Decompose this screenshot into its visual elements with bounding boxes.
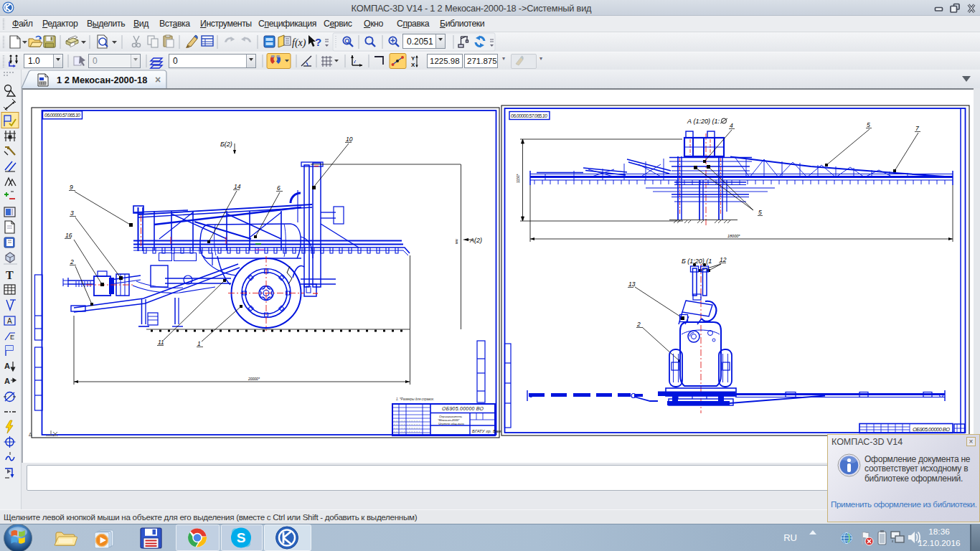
- svg-text:S: S: [237, 530, 246, 545]
- svg-text:?: ?: [315, 36, 321, 48]
- svg-text:ОБ905.00000 ВО: ОБ905.00000 ВО: [442, 406, 484, 411]
- svg-text:18000*: 18000*: [727, 234, 740, 238]
- svg-text:7: 7: [915, 125, 919, 132]
- svg-text:5: 5: [758, 209, 762, 216]
- svg-text:9: 9: [70, 184, 73, 191]
- svg-text:1: 1: [197, 340, 201, 347]
- svg-text:X: X: [411, 62, 415, 68]
- svg-text:Б (1:20) (1: Б (1:20) (1: [682, 258, 712, 265]
- svg-text:Е: Е: [10, 334, 14, 341]
- svg-text:13: 13: [628, 281, 636, 288]
- svg-text:Чертеж общ.вида: Чертеж общ.вида: [438, 422, 465, 425]
- svg-text:f(x): f(x): [292, 37, 306, 49]
- svg-text:11: 11: [158, 339, 164, 346]
- svg-text:Y: Y: [411, 55, 415, 62]
- svg-text:16: 16: [65, 232, 72, 239]
- svg-text:1150*: 1150*: [516, 174, 520, 183]
- svg-text:5: 5: [867, 121, 870, 128]
- svg-text:6: 6: [277, 184, 281, 192]
- svg-text:4: 4: [730, 122, 733, 129]
- svg-text:2: 2: [70, 258, 74, 265]
- svg-text:А: А: [4, 377, 10, 385]
- svg-text:А: А: [4, 362, 10, 370]
- svg-text:20000*: 20000*: [248, 377, 260, 381]
- svg-text:2: 2: [636, 321, 641, 328]
- svg-text:1. *Размеры для справок.: 1. *Размеры для справок.: [396, 397, 434, 401]
- svg-text:10: 10: [346, 136, 353, 143]
- svg-text:мм: мм: [454, 239, 458, 244]
- svg-text:3: 3: [70, 209, 74, 217]
- svg-text:14: 14: [234, 183, 241, 190]
- svg-text:ОБ905.00000 ВО: ОБ905.00000 ВО: [913, 426, 950, 433]
- svg-text:А(2): А(2): [469, 237, 482, 244]
- svg-text:А (1:20) (1:: А (1:20) (1:: [687, 118, 720, 125]
- svg-text:06.00000.57.065.10: 06.00000.57.065.10: [511, 113, 547, 118]
- svg-text:А: А: [7, 317, 12, 325]
- svg-text:Б(2): Б(2): [220, 141, 232, 148]
- svg-text:T: T: [6, 269, 14, 281]
- svg-text:12: 12: [720, 256, 727, 263]
- svg-text:06.00000.57.065.10: 06.00000.57.065.10: [44, 113, 80, 118]
- svg-text:Q: Q: [344, 37, 349, 44]
- svg-text:Δ: Δ: [29, 432, 32, 437]
- svg-text:БГАТУ гр. Вам: БГАТУ гр. Вам: [472, 429, 501, 433]
